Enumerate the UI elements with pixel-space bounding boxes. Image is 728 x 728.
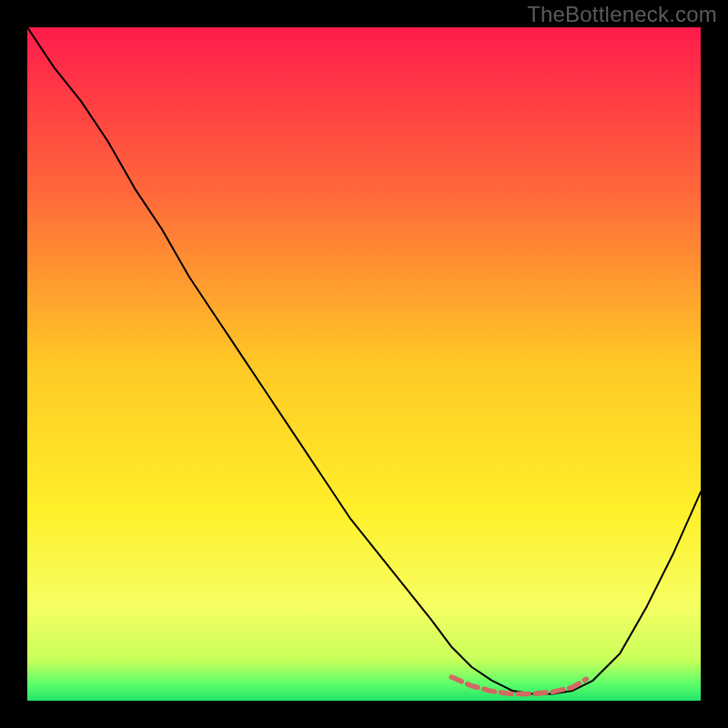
chart-svg [27,27,701,701]
gradient-background [27,27,701,701]
plot-area [27,27,701,701]
watermark-text: TheBottleneck.com [527,2,717,27]
chart-frame: TheBottleneck.com [0,0,728,728]
